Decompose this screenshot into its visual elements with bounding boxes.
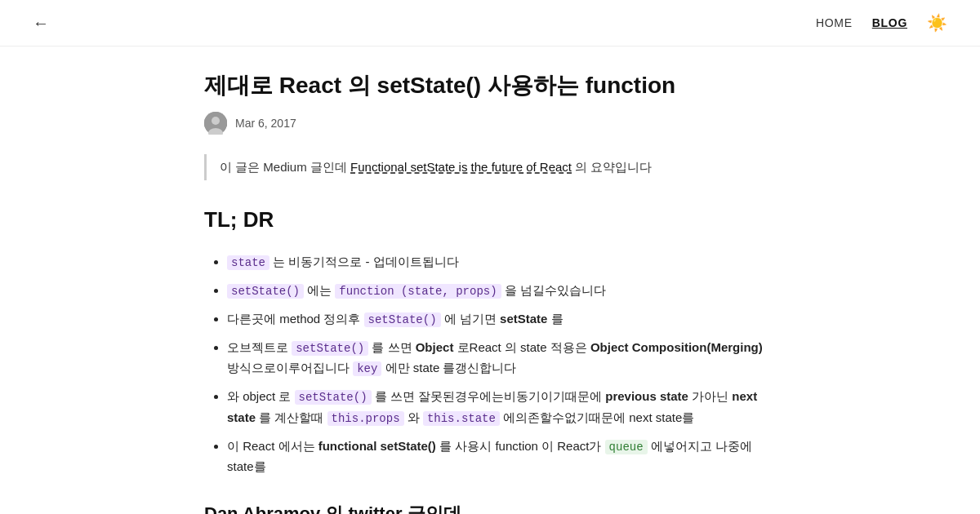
code-queue: queue bbox=[605, 440, 648, 454]
dan-section-title: Dan Abramov 의 twitter 글인데 bbox=[204, 499, 776, 514]
blockquote-prefix: 이 글은 Medium 글인데 bbox=[220, 160, 350, 174]
bullet-list: state 는 비동기적으로 - 업데이트됩니다 setState() 에는 f… bbox=[204, 252, 776, 477]
nav-blog-link[interactable]: BLOG bbox=[872, 14, 907, 32]
code-key: key bbox=[353, 361, 381, 376]
nav-home-link[interactable]: HOME bbox=[816, 14, 853, 32]
code-setstate-2: setState() bbox=[364, 312, 441, 327]
theme-toggle-button[interactable]: ☀️ bbox=[927, 10, 947, 36]
article-date: Mar 6, 2017 bbox=[235, 114, 296, 132]
navbar: ← HOME BLOG ☀️ bbox=[0, 0, 980, 47]
strong-functional-setstate: functional setState() bbox=[318, 439, 436, 453]
avatar bbox=[204, 112, 227, 135]
list-item: 다른곳에 method 정의후 setState() 에 넘기면 setStat… bbox=[227, 309, 776, 330]
svg-point-1 bbox=[212, 117, 220, 125]
list-item: 이 React 에서는 functional setState() 를 사용시 … bbox=[227, 436, 776, 477]
code-function-state-props: function (state, props) bbox=[335, 284, 501, 299]
code-setstate-3: setState() bbox=[292, 341, 368, 356]
blockquote-link[interactable]: Functional setState is the future of Rea… bbox=[350, 160, 572, 174]
code-state: state bbox=[227, 255, 270, 270]
strong-setstate: setState bbox=[500, 312, 547, 326]
author-row: Mar 6, 2017 bbox=[204, 112, 776, 135]
back-button[interactable]: ← bbox=[33, 10, 49, 36]
code-this-state: this.state bbox=[423, 411, 500, 426]
strong-object: Object bbox=[416, 340, 454, 354]
list-item: 와 object 로 setState() 를 쓰면 잘못된경우에는비동기이기때… bbox=[227, 387, 776, 428]
strong-previous-state: previous state bbox=[605, 389, 688, 403]
tl-dr-heading: TL; DR bbox=[204, 203, 776, 237]
code-setstate-1: setState() bbox=[227, 284, 304, 299]
strong-object-composition: Object Composition(Merging) bbox=[590, 340, 763, 354]
article-content: 제대로 React 의 setState() 사용하는 function Mar… bbox=[188, 47, 792, 514]
list-item: setState() 에는 function (state, props) 을 … bbox=[227, 281, 776, 301]
nav-left: ← bbox=[33, 10, 49, 36]
code-this-props: this.props bbox=[327, 411, 404, 426]
blockquote-suffix: 의 요약입니다 bbox=[572, 160, 652, 174]
article-title: 제대로 React 의 setState() 사용하는 function bbox=[204, 71, 776, 100]
list-item: 오브젝트로 setState() 를 쓰면 Object 로React 의 st… bbox=[227, 338, 776, 379]
article-blockquote: 이 글은 Medium 글인데 Functional setState is t… bbox=[204, 154, 776, 180]
code-setstate-4: setState() bbox=[295, 390, 372, 405]
nav-right: HOME BLOG ☀️ bbox=[816, 10, 947, 36]
list-item: state 는 비동기적으로 - 업데이트됩니다 bbox=[227, 252, 776, 273]
